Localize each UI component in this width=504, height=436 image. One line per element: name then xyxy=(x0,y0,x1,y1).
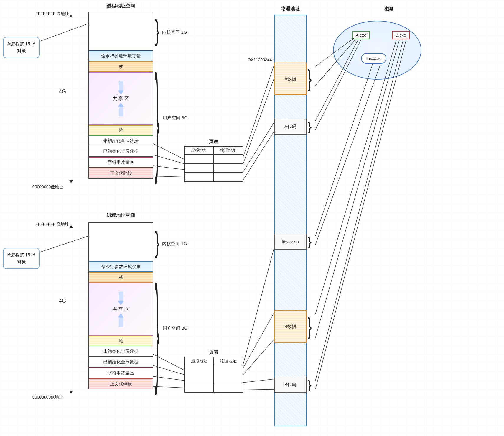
pcb-b-label: B进程的 PCB 对象 xyxy=(7,252,35,264)
connector-lines xyxy=(0,0,504,436)
svg-line-8 xyxy=(243,122,274,172)
brace-user-a: } xyxy=(155,59,159,179)
page-table-b: 虚拟地址 物理地址 xyxy=(184,357,243,393)
seg-data-b: 已初始化全局数据 xyxy=(89,357,153,368)
title-phys: 物理地址 xyxy=(274,6,307,12)
page-table-title-b: 页表 xyxy=(184,349,243,355)
size-arrow-b xyxy=(71,225,71,394)
brace-user-b: } xyxy=(155,270,159,390)
brace-phys-a-code: } xyxy=(308,121,312,133)
kernel-note-a: 内核空间 1G xyxy=(162,29,187,35)
brace-phys-lib: } xyxy=(308,236,312,248)
phys-lib: libxxx.so xyxy=(274,234,307,250)
svg-line-16 xyxy=(243,379,274,383)
arrow-down-icon xyxy=(118,81,124,95)
user-note-b: 用户空间 3G xyxy=(163,325,187,331)
seg-stack-a: 栈 xyxy=(89,61,153,72)
phys-sample-addr: OX11223344 xyxy=(248,58,272,62)
svg-line-6 xyxy=(243,65,274,157)
pt-row-a-3 xyxy=(185,173,243,181)
seg-heap-a: 堆 xyxy=(89,125,153,136)
user-note-a: 用户空间 3G xyxy=(163,115,187,121)
phys-b-code: B代码 xyxy=(274,377,307,393)
size-label-a: 4G xyxy=(59,88,66,95)
size-label-b: 4G xyxy=(59,298,66,304)
kernel-note-b: 内核空间 1G xyxy=(162,241,187,247)
addr-high-b: FFFFFFFF 高地址 xyxy=(35,222,69,227)
pt-row-a-2 xyxy=(185,164,243,173)
seg-bss-a: 未初始化全局数据 xyxy=(89,136,153,146)
svg-line-9 xyxy=(243,131,274,180)
svg-line-17 xyxy=(243,389,274,390)
phys-a-data: A数据 xyxy=(274,63,307,95)
svg-line-25 xyxy=(315,40,396,314)
pt-row-a-1 xyxy=(185,155,243,164)
title-addr-space-a: 进程地址空间 xyxy=(88,3,153,9)
brace-phys-a-data: } xyxy=(308,66,312,90)
disk-file-b: B.exe xyxy=(392,31,410,39)
arrow-down-icon xyxy=(118,292,124,305)
seg-text-b: 正文代码段 xyxy=(89,378,153,389)
pt-col-virtual-a: 虚拟地址 xyxy=(185,147,214,155)
pcb-b-box: B进程的 PCB 对象 xyxy=(3,248,40,269)
addr-space-b: 命令行参数环境变量 栈 共 享 区 堆 未初始化全局数据 已初始化全局数据 字符… xyxy=(88,222,153,389)
seg-cmdline-a: 命令行参数环境变量 xyxy=(89,51,153,61)
seg-data-a: 已初始化全局数据 xyxy=(89,146,153,157)
svg-line-26 xyxy=(315,40,399,338)
title-addr-space-b: 进程地址空间 xyxy=(88,212,153,219)
title-disk: 磁盘 xyxy=(351,6,427,12)
pt-row-b-2 xyxy=(185,374,243,383)
svg-line-28 xyxy=(315,40,406,389)
disk-lib: libxxx.so xyxy=(361,53,386,64)
page-table-title-a: 页表 xyxy=(184,139,243,145)
brace-phys-b-code: } xyxy=(308,379,312,391)
seg-rodata-b: 字符串常量区 xyxy=(89,368,153,378)
svg-line-7 xyxy=(243,78,274,164)
svg-line-27 xyxy=(315,40,403,381)
brace-phys-b-data: } xyxy=(308,314,312,338)
disk-ellipse xyxy=(333,21,421,80)
seg-heap-b: 堆 xyxy=(89,336,153,346)
addr-low-a: 00000000低地址 xyxy=(32,184,63,190)
seg-mmap-label-a: 共 享 区 xyxy=(113,96,129,101)
pcb-a-label: A进程的 PCB 对象 xyxy=(7,41,35,53)
pt-col-physical-b: 物理地址 xyxy=(214,357,243,365)
seg-kernel-a xyxy=(89,12,153,51)
seg-rodata-a: 字符串常量区 xyxy=(89,157,153,168)
arrow-up-icon xyxy=(118,313,124,327)
phys-b-data: B数据 xyxy=(274,310,307,343)
seg-kernel-b xyxy=(89,223,153,261)
page-table-a: 虚拟地址 物理地址 xyxy=(184,146,243,182)
svg-line-1 xyxy=(40,236,88,252)
addr-high-a: FFFFFFFF 高地址 xyxy=(35,11,69,17)
disk-file-a: A.exe xyxy=(352,31,370,39)
physical-memory: A数据 A代码 libxxx.so B数据 B代码 xyxy=(274,15,307,426)
svg-line-24 xyxy=(315,65,380,245)
svg-line-18 xyxy=(243,248,274,364)
brace-kernel-b: } xyxy=(155,228,159,257)
phys-a-code: A代码 xyxy=(274,119,307,135)
seg-mmap-label-b: 共 享 区 xyxy=(113,306,129,312)
svg-line-15 xyxy=(243,339,274,375)
seg-mmap-a: 共 享 区 xyxy=(89,72,153,125)
addr-low-b: 00000000低地址 xyxy=(32,395,63,400)
pt-col-virtual-b: 虚拟地址 xyxy=(185,357,214,365)
svg-line-0 xyxy=(40,24,88,41)
seg-bss-b: 未初始化全局数据 xyxy=(89,346,153,357)
svg-line-14 xyxy=(243,313,274,368)
pt-row-b-3 xyxy=(185,383,243,392)
seg-text-a: 正文代码段 xyxy=(89,168,153,178)
size-arrow-a xyxy=(71,15,71,183)
pt-row-b-1 xyxy=(185,365,243,374)
arrow-up-icon xyxy=(118,103,124,116)
seg-cmdline-b: 命令行参数环境变量 xyxy=(89,261,153,272)
seg-stack-b: 栈 xyxy=(89,272,153,283)
seg-mmap-b: 共 享 区 xyxy=(89,283,153,336)
svg-line-23 xyxy=(315,63,373,236)
addr-space-a: 命令行参数环境变量 栈 共 享 区 堆 未初始化全局数据 已初始化全局数据 字符… xyxy=(88,12,153,179)
brace-kernel-a: } xyxy=(155,17,159,45)
pcb-a-box: A进程的 PCB 对象 xyxy=(3,37,40,58)
pt-col-physical-a: 物理地址 xyxy=(214,147,243,155)
